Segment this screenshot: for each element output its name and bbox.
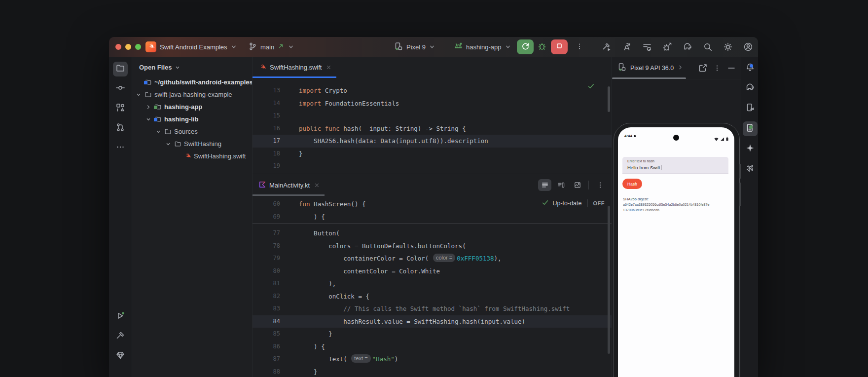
preview-off-toggle[interactable]: OFF xyxy=(593,200,605,206)
code-line[interactable]: 15 xyxy=(253,110,612,122)
elephant-sync-icon[interactable] xyxy=(683,42,692,52)
close-icon[interactable] xyxy=(314,183,320,188)
wifi-icon xyxy=(714,134,719,143)
code-line[interactable]: 87 Text( text ="Hash") xyxy=(253,353,612,366)
tree-item[interactable]: SwiftHashing.swift xyxy=(132,150,252,162)
code-line[interactable]: 17 SHA256.hash(data: Data(input.utf8)).d… xyxy=(253,135,612,148)
code-line[interactable]: 19 xyxy=(253,160,612,173)
tree-expand-chevron[interactable] xyxy=(164,141,173,147)
code-line[interactable]: 79 containerColor = Color( color =0xFFF0… xyxy=(253,252,612,265)
device-selector[interactable]: Pixel 9 xyxy=(394,37,435,57)
gear-icon[interactable] xyxy=(723,42,733,52)
sparkle-tool-button[interactable] xyxy=(743,142,758,156)
android-icon xyxy=(454,41,463,52)
tree-item[interactable]: hashing-lib xyxy=(132,113,252,125)
code-line[interactable]: 18} xyxy=(253,148,612,160)
line-number: 15 xyxy=(253,110,288,122)
split-view-button[interactable] xyxy=(554,179,568,191)
code-line[interactable]: 77 Button( xyxy=(253,227,612,240)
bell-tool-button[interactable] xyxy=(743,61,758,75)
code-line[interactable]: 16public func hash(_ input: String) -> S… xyxy=(253,122,612,135)
code-line[interactable]: 78 colors = ButtonDefaults.buttonColors( xyxy=(253,240,612,253)
vcs-branch-widget[interactable]: main xyxy=(248,37,294,57)
preview-mode-switcher xyxy=(538,174,607,196)
editor-kebab-icon[interactable] xyxy=(593,179,607,191)
signal-icon xyxy=(720,134,724,143)
project-selector[interactable]: Swift Android Examples xyxy=(160,37,237,57)
gem-tool-button[interactable] xyxy=(113,349,128,364)
code-area-swift[interactable]: 13import Crypto14import FoundationEssent… xyxy=(253,78,612,173)
code-line[interactable]: 69 ) { xyxy=(253,211,612,224)
tree-item[interactable]: SwiftHashing xyxy=(132,138,252,150)
code-line[interactable]: 14import FoundationEssentials xyxy=(253,97,612,110)
tab-swifthashing[interactable]: SwiftHashing.swift xyxy=(253,57,336,78)
design-view-button[interactable] xyxy=(571,179,584,191)
structure-tool-button[interactable] xyxy=(113,101,128,116)
hash-button[interactable]: Hash xyxy=(622,179,642,189)
editor-split: SwiftHashing.swift 13import Crypto14impo… xyxy=(253,57,612,377)
bug-arrow-icon[interactable] xyxy=(662,42,672,52)
code-area-kotlin[interactable]: 77 Button(78 colors = ButtonDefaults.but… xyxy=(253,224,612,377)
scrollbar-thumb[interactable] xyxy=(608,206,610,354)
code-line[interactable]: 80 contentColor = Color.White xyxy=(253,265,612,278)
panel-kebab-icon[interactable] xyxy=(712,63,723,74)
tree-expand-chevron[interactable] xyxy=(154,129,163,135)
more-actions-button[interactable] xyxy=(576,37,583,57)
line-number: 69 xyxy=(253,211,288,224)
stop-button[interactable] xyxy=(551,39,568,54)
debug-button[interactable] xyxy=(537,37,547,57)
tree-item[interactable]: ~/github/swift-android-examples xyxy=(132,76,252,88)
tree-item[interactable]: Sources xyxy=(132,125,252,138)
close-icon[interactable] xyxy=(326,65,331,70)
elephant-tool-button[interactable] xyxy=(743,81,758,96)
magnifier-icon[interactable] xyxy=(703,42,713,52)
phone-screen[interactable]: 4:44 Enter text to hash Hello from Swift… xyxy=(618,127,734,377)
more-horizontal-tool-button[interactable] xyxy=(113,141,128,155)
pull-requests-tool-button[interactable] xyxy=(113,121,128,136)
code-line[interactable]: 81 ), xyxy=(253,277,612,290)
running-devices-tool-button[interactable] xyxy=(743,121,758,136)
tree-item[interactable]: hashing-app xyxy=(132,101,252,113)
hammer-run-icon[interactable] xyxy=(602,42,612,52)
open-in-window-button[interactable] xyxy=(697,63,708,74)
project-view-selector[interactable]: Open Files xyxy=(132,57,252,74)
code-line[interactable]: 13import Crypto xyxy=(253,84,612,97)
code-line[interactable]: 88 } xyxy=(253,366,612,377)
todo-list-icon[interactable] xyxy=(642,42,652,52)
hammer-tool-button[interactable] xyxy=(113,329,128,344)
airplane-tool-button[interactable] xyxy=(743,162,758,177)
chevron-down-icon xyxy=(230,43,237,50)
code-line[interactable]: 83 // This calls the Swift method `hash`… xyxy=(253,302,612,315)
minimize-window-button[interactable] xyxy=(125,44,131,50)
ide-window: Swift Android Examples main Pixel 9 hash… xyxy=(109,37,758,377)
phone-android-tool-button[interactable] xyxy=(743,101,758,116)
tab-mainactivity[interactable]: MainActivity.kt xyxy=(253,174,325,196)
digest-value-line1: a642e7aa389325056cdf5e54a2b6e0a0214b4810… xyxy=(623,203,709,206)
arrow-up-right-icon xyxy=(277,42,285,51)
tree-expand-chevron[interactable] xyxy=(134,92,143,98)
folder-tool-button[interactable] xyxy=(113,62,128,76)
tree-expand-chevron[interactable] xyxy=(144,104,153,110)
run-config-selector[interactable]: hashing-app xyxy=(454,37,511,57)
commit-tool-button[interactable] xyxy=(113,81,128,96)
close-window-button[interactable] xyxy=(115,44,121,50)
hide-panel-button[interactable] xyxy=(726,63,737,74)
rerun-button[interactable] xyxy=(517,39,534,54)
zoom-window-button[interactable] xyxy=(135,44,141,50)
letter-a-refresh-icon[interactable] xyxy=(622,42,632,52)
hash-input-field[interactable]: Enter text to hash Hello from Swift xyxy=(622,157,728,174)
code-line[interactable]: 85 } xyxy=(253,328,612,340)
code-view-button[interactable] xyxy=(538,179,551,191)
run-tool-button[interactable] xyxy=(113,309,128,324)
tree-expand-chevron[interactable] xyxy=(144,116,153,122)
person-icon[interactable] xyxy=(743,42,753,52)
line-number: 17 xyxy=(253,135,288,148)
device-online-dot xyxy=(749,125,753,129)
code-line[interactable]: 84 hashResult.value = SwiftHashing.hash(… xyxy=(253,315,612,328)
tree-item[interactable]: swift-java-hashing-example xyxy=(132,88,252,101)
code-line[interactable]: 86 ) { xyxy=(253,340,612,353)
code-line[interactable]: 82 onClick = { xyxy=(253,290,612,303)
editor-split-divider[interactable] xyxy=(253,174,612,174)
kotlin-file-icon xyxy=(259,181,266,189)
scrollbar-thumb[interactable] xyxy=(608,86,610,112)
